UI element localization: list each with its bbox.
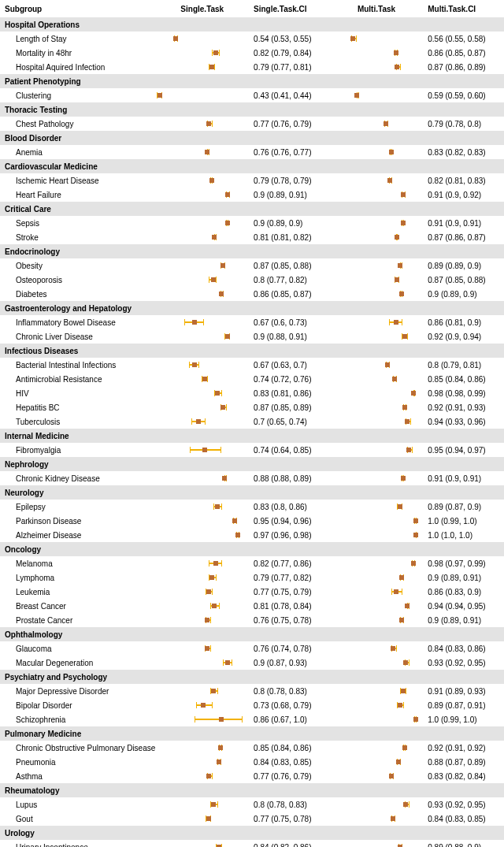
multi-ci-text: 0.93 (0.92, 0.95)	[423, 659, 504, 667]
single-ci-text: 0.9 (0.88, 0.91)	[249, 332, 330, 341]
table-row: Chronic Kidney Disease0.88 (0.88, 0.89)0…	[0, 471, 504, 485]
row-label: Breast Cancer	[0, 602, 156, 611]
multi-ci-text: 0.86 (0.81, 0.9)	[423, 318, 504, 327]
multi-ci-text: 0.83 (0.82, 0.83)	[423, 148, 504, 157]
table-row: Diabetes0.86 (0.85, 0.87)0.9 (0.89, 0.9)	[0, 287, 504, 301]
row-label: Schizophrenia	[0, 715, 156, 724]
single-ci-text: 0.8 (0.77, 0.82)	[249, 276, 330, 284]
single-ci-text: 0.77 (0.76, 0.79)	[249, 772, 330, 781]
single-ci-text: 0.83 (0.8, 0.86)	[249, 503, 330, 511]
table-row: Epilepsy0.83 (0.8, 0.86)0.89 (0.87, 0.9)	[0, 500, 504, 514]
row-label: Chronic Obstructive Pulmonary Disease	[0, 744, 156, 752]
table-row: Chest Pathology0.77 (0.76, 0.79)0.79 (0.…	[0, 117, 504, 131]
single-ci-text: 0.77 (0.76, 0.79)	[249, 120, 330, 128]
table-row: Lymphoma0.79 (0.77, 0.82)0.9 (0.89, 0.91…	[0, 570, 504, 585]
row-label: Chest Pathology	[0, 120, 156, 128]
multi-ci-text: 0.88 (0.87, 0.89)	[423, 758, 504, 767]
row-label: Hepatitis BC	[0, 403, 156, 412]
group-header: Oncology	[0, 542, 504, 556]
table-row: Gout0.77 (0.75, 0.78)0.84 (0.83, 0.85)	[0, 812, 504, 826]
single-ci-text: 0.54 (0.53, 0.55)	[249, 35, 330, 43]
multi-ci-text: 0.9 (0.89, 0.91)	[423, 574, 504, 582]
col-multi-ci: Multi.Task.CI	[423, 5, 504, 13]
multi-ci-text: 1.0 (1.0, 1.0)	[423, 531, 504, 540]
table-row: Lupus0.8 (0.78, 0.83)0.93 (0.92, 0.95)	[0, 797, 504, 812]
single-ci-text: 0.81 (0.81, 0.82)	[249, 233, 330, 242]
multi-ci-text: 0.87 (0.86, 0.89)	[423, 63, 504, 72]
table-row: Inflammatory Bowel Disease0.67 (0.6, 0.7…	[0, 315, 504, 329]
row-label: Hospital Aquired Infection	[0, 63, 156, 72]
single-ci-text: 0.87 (0.85, 0.88)	[249, 262, 330, 270]
group-header: Patient Phenotyping	[0, 74, 504, 88]
row-label: Lymphoma	[0, 574, 156, 582]
table-row: Mortality in 48hr0.82 (0.79, 0.84)0.86 (…	[0, 46, 504, 60]
row-label: Osteoporosis	[0, 276, 156, 284]
single-ci-text: 0.83 (0.81, 0.86)	[249, 389, 330, 398]
multi-ci-text: 1.0 (0.99, 1.0)	[423, 517, 504, 526]
group-header: Urology	[0, 826, 504, 840]
single-ci-text: 0.9 (0.89, 0.91)	[249, 191, 330, 199]
multi-ci-text: 0.91 (0.9, 0.91)	[423, 219, 504, 228]
multi-ci-text: 0.92 (0.91, 0.92)	[423, 744, 504, 752]
row-label: Length of Stay	[0, 35, 156, 43]
single-ci-text: 0.76 (0.75, 0.78)	[249, 616, 330, 625]
single-ci-text: 0.86 (0.67, 1.0)	[249, 715, 330, 724]
single-ci-text: 0.74 (0.72, 0.76)	[249, 375, 330, 384]
table-row: Leukemia0.77 (0.75, 0.79)0.86 (0.83, 0.9…	[0, 585, 504, 599]
multi-ci-text: 0.94 (0.94, 0.95)	[423, 602, 504, 611]
row-label: Bacterial Intestinal Infections	[0, 361, 156, 370]
table-row: Tuberculosis0.7 (0.65, 0.74)0.94 (0.93, …	[0, 414, 504, 429]
multi-ci-text: 0.95 (0.94, 0.97)	[423, 446, 504, 455]
row-label: Leukemia	[0, 588, 156, 596]
row-label: HIV	[0, 389, 156, 398]
group-header: Internal Medicine	[0, 429, 504, 443]
table-row: Length of Stay0.54 (0.53, 0.55)0.56 (0.5…	[0, 32, 504, 46]
col-single-ci: Single.Task.CI	[249, 5, 330, 13]
row-label: Chronic Liver Disease	[0, 332, 156, 341]
single-ci-text: 0.88 (0.88, 0.89)	[249, 474, 330, 483]
single-ci-text: 0.85 (0.84, 0.86)	[249, 744, 330, 752]
row-label: Melanoma	[0, 559, 156, 568]
single-ci-text: 0.7 (0.65, 0.74)	[249, 418, 330, 426]
single-ci-text: 0.82 (0.77, 0.86)	[249, 559, 330, 568]
table-row: Hepatitis BC0.87 (0.85, 0.89)0.92 (0.91,…	[0, 400, 504, 414]
multi-ci-text: 0.89 (0.88, 0.9)	[423, 843, 504, 848]
table-row: Obesity0.87 (0.85, 0.88)0.89 (0.89, 0.9)	[0, 258, 504, 273]
group-header: Psychiatry and Psychology	[0, 670, 504, 684]
row-label: Tuberculosis	[0, 418, 156, 426]
multi-ci-text: 0.93 (0.92, 0.95)	[423, 801, 504, 809]
multi-ci-text: 0.89 (0.87, 0.9)	[423, 503, 504, 511]
single-ci-text: 0.67 (0.63, 0.7)	[249, 361, 330, 370]
col-single-task: Single.Task	[156, 5, 249, 13]
row-label: Major Depressive Disorder	[0, 687, 156, 696]
single-ci-text: 0.79 (0.77, 0.82)	[249, 574, 330, 582]
table-row: Bipolar Disorder0.73 (0.68, 0.79)0.89 (0…	[0, 698, 504, 712]
row-label: Heart Failure	[0, 191, 156, 199]
multi-ci-text: 0.87 (0.85, 0.88)	[423, 276, 504, 284]
row-label: Anemia	[0, 148, 156, 157]
group-header: Blood Disorder	[0, 131, 504, 145]
single-ci-text: 0.77 (0.75, 0.78)	[249, 815, 330, 823]
row-label: Diabetes	[0, 290, 156, 299]
single-ci-text: 0.76 (0.76, 0.77)	[249, 148, 330, 157]
table-row: Parkinson Disease0.95 (0.94, 0.96)1.0 (0…	[0, 514, 504, 528]
multi-ci-text: 0.92 (0.9, 0.94)	[423, 332, 504, 341]
row-label: Alzheimer Disease	[0, 531, 156, 540]
multi-ci-text: 1.0 (0.99, 1.0)	[423, 715, 504, 724]
row-label: Parkinson Disease	[0, 517, 156, 526]
table-row: Bacterial Intestinal Infections0.67 (0.6…	[0, 358, 504, 372]
multi-ci-text: 0.92 (0.91, 0.93)	[423, 403, 504, 412]
table-row: Hospital Aquired Infection0.79 (0.77, 0.…	[0, 60, 504, 74]
row-label: Obesity	[0, 262, 156, 270]
row-label: Bipolar Disorder	[0, 701, 156, 710]
table-row: Asthma0.77 (0.76, 0.79)0.83 (0.82, 0.84)	[0, 769, 504, 783]
multi-ci-text: 0.98 (0.98, 0.99)	[423, 389, 504, 398]
row-label: Urinary Incontinence	[0, 843, 156, 848]
single-ci-text: 0.76 (0.74, 0.78)	[249, 645, 330, 653]
group-header: Neurology	[0, 485, 504, 500]
table-row: Antimicrobial Resistance0.74 (0.72, 0.76…	[0, 372, 504, 386]
single-ci-text: 0.95 (0.94, 0.96)	[249, 517, 330, 526]
group-header: Critical Care	[0, 202, 504, 216]
single-ci-text: 0.87 (0.85, 0.89)	[249, 403, 330, 412]
row-label: Sepsis	[0, 219, 156, 228]
